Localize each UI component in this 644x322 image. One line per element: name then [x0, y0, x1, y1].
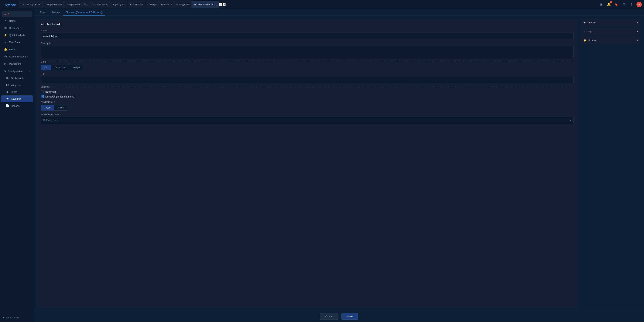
sidebar-item-label: Favorites [11, 98, 21, 100]
topbar-tab-assets-exploration[interactable]: □Assets Exploration [19, 1, 42, 8]
groups-panel-header[interactable]: 📁 Groups ▾ [580, 37, 641, 44]
privacy-panel-header[interactable]: 👁 Privacy ▾ [580, 19, 641, 26]
sidebar-item-config-widgets[interactable]: ◧ Widgets [1, 82, 33, 88]
avail-types-button[interactable]: Types [41, 105, 54, 110]
privacy-header-left: 👁 Privacy [584, 21, 596, 24]
bookmark-checkbox-label: Bookmark [45, 90, 56, 93]
sidebar-item-playground[interactable]: ▷ Playground [1, 60, 33, 67]
drilldown-checkbox-row: Drilldown (in context menu) [41, 95, 574, 98]
tab-shortcuts[interactable]: Shortcuts (Bookmarks & Drilldowns) [63, 9, 105, 16]
config-reports-icon: 📄 [6, 104, 9, 108]
topbar-tab-hosts-dash[interactable]: ⊞Hosts Dash [128, 1, 145, 8]
alert-triangle-icon: ▲ [4, 12, 6, 16]
topbar-close-button[interactable]: ✕ [223, 3, 226, 6]
description-field: Description [41, 42, 574, 58]
cancel-button[interactable]: Cancel [320, 313, 338, 320]
goto-dashboard-button[interactable]: Dashboard [51, 65, 69, 70]
tab-label: Playground [179, 4, 190, 6]
privacy-label: Privacy [588, 21, 596, 24]
available-for-types-dropdown[interactable]: Select type(s) ▾ [41, 117, 574, 123]
description-textarea[interactable] [41, 46, 574, 58]
drilldown-checkbox[interactable] [41, 95, 44, 98]
topbar-tab-widget[interactable]: □Widget [146, 1, 159, 8]
url-input[interactable] [41, 77, 574, 83]
sidebar-item-config-favorites[interactable]: ★ Favorites [1, 96, 33, 102]
topbar-tab-alerts12[interactable]: ⊞Alerts12 [159, 1, 174, 8]
tab-filters[interactable]: Filters [37, 9, 49, 16]
select-placeholder: Select type(s) [43, 119, 58, 122]
tab-icon: ⊕ [176, 4, 178, 6]
config-header[interactable]: ⚙ Configuration ▲ [1, 68, 33, 74]
topbar-tab-playground[interactable]: ⊕Playground [174, 1, 192, 8]
dropdown-chevron-icon: ▾ [570, 119, 571, 122]
sidebar-item-assets-discovery[interactable]: ◎ Assets Discovery [1, 53, 33, 60]
topbar-tab-piotr-test[interactable]: ⊕[Piotr] Test [110, 1, 127, 8]
url-label: Url * [41, 73, 574, 76]
groups-icon: 📁 [584, 39, 586, 42]
groups-header-left: 📁 Groups [584, 39, 596, 42]
sidebar-item-quick-analysis[interactable]: ⚡ Quick Analysis [1, 32, 33, 38]
tags-panel-header[interactable]: 🏷 Tags ▾ [580, 28, 641, 35]
topbar-actions: ⊞ 🔔 5 🔖 ⚙ ? A [599, 2, 642, 7]
help-button[interactable]: ? [629, 2, 634, 7]
logo[interactable]: ‹ sy⟨⟩pe [2, 2, 17, 6]
whats-new-icon: ✦ [3, 316, 4, 319]
quick-analysis-icon: ⚡ [4, 34, 7, 37]
sidebar-item-label: Reports [11, 104, 20, 107]
goto-section: Go to Url Dashboard Widget [41, 60, 574, 70]
tab-icon: □ [66, 4, 68, 6]
privacy-chevron-icon: ▾ [637, 22, 638, 24]
available-for-section: Available for * Types Fields [41, 101, 574, 110]
goto-buttons: Url Dashboard Widget [41, 65, 574, 70]
form-bottom-bar: Cancel Save [34, 311, 644, 322]
logo-text: sy⟨⟩pe [5, 2, 16, 6]
topbar-tab-quick-analysis[interactable]: ⊕Quick analysis for p... [192, 1, 219, 8]
gear-button[interactable]: ⚙ [621, 2, 626, 7]
bell-badge: 5 [610, 1, 612, 4]
available-for-types-label: Available for types * [41, 113, 574, 116]
content-area: Filters Macros Shortcuts (Bookmarks & Dr… [34, 9, 644, 322]
bookmark-checkbox[interactable] [41, 90, 44, 93]
tab-label: Hosts Dash [132, 4, 143, 6]
topbar-tab-wazne-analizy[interactable]: □Ważne analizy [90, 1, 110, 8]
form-container: Add bookmark * Name * Description [34, 16, 644, 311]
tab-label: Quick analysis for p... [197, 4, 217, 6]
tab-icon: □ [21, 4, 22, 6]
goto-widget-button[interactable]: Widget [69, 65, 83, 70]
whats-new-link[interactable]: ✦ What's new? [0, 315, 34, 320]
save-button[interactable]: Save [342, 313, 358, 320]
tab-label: Assets Exploration [23, 4, 40, 6]
sidebar-item-home[interactable]: ⌂ Home [1, 18, 33, 24]
back-arrow[interactable]: ‹ [4, 3, 4, 6]
sidebar-item-config-rules[interactable]: ≡ Rules [1, 89, 33, 95]
grid-icon-button[interactable]: ⊞ [599, 2, 604, 7]
sidebar-item-alerts[interactable]: 🔔 Alerts [1, 46, 33, 53]
name-input[interactable] [41, 33, 574, 39]
avatar[interactable]: A [636, 2, 642, 7]
topbar-more-button[interactable]: ⋮ [219, 3, 222, 6]
sidebar-item-label: Alerts [9, 48, 15, 51]
bookmark-checkbox-row: Bookmark [41, 90, 574, 93]
config-rules-icon: ≡ [6, 90, 9, 94]
sidebar-item-config-reports[interactable]: 📄 Reports [1, 102, 33, 109]
sidebar-item-raw-data[interactable]: ≡ Raw Data [1, 39, 33, 46]
tab-icon: ⊞ [161, 4, 163, 6]
bookmark-button[interactable]: 🔖 [614, 2, 619, 7]
tags-panel: 🏷 Tags ▾ [580, 28, 641, 35]
tab-macros[interactable]: Macros [49, 9, 63, 16]
topbar-tab-moje-drilldowny[interactable]: □Moje drilldowny [43, 1, 64, 8]
sidebar-item-label: Widgets [11, 84, 20, 86]
alert-indicator[interactable]: ▲ 3 [2, 11, 32, 17]
goto-label: Go to [41, 60, 46, 63]
show-as-section: Show as Bookmark Drilldown (in context m… [41, 86, 574, 98]
groups-panel: 📁 Groups ▾ [580, 37, 641, 44]
goto-url-button[interactable]: Url [41, 65, 51, 70]
tab-label: Ważne analizy [94, 4, 108, 6]
sidebar-item-config-dashboards[interactable]: ⊞ Dashboards [1, 75, 33, 82]
name-label: Name * [41, 29, 574, 32]
sidebar-item-dashboards[interactable]: ⊞ Dashboards [1, 24, 33, 31]
tags-header-left: 🏷 Tags [584, 30, 592, 33]
avail-fields-button[interactable]: Fields [54, 105, 67, 110]
tab-bar: Filters Macros Shortcuts (Bookmarks & Dr… [34, 9, 644, 16]
topbar-tab-reputation-ext-links[interactable]: □Reputation Ext Links [64, 1, 90, 8]
